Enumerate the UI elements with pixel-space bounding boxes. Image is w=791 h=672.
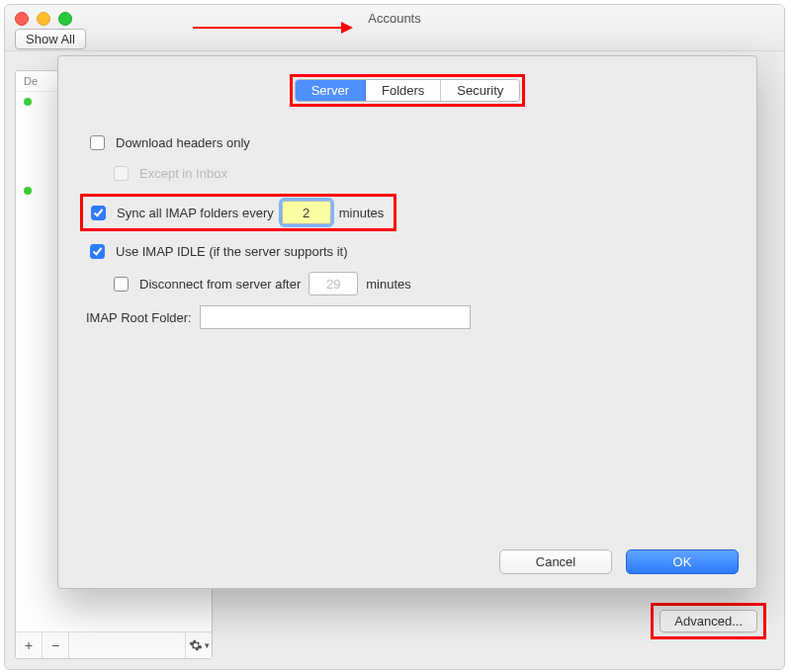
tab-folders[interactable]: Folders [366,80,441,101]
disconnect-checkbox[interactable] [114,277,129,292]
disconnect-minutes-input[interactable] [308,272,358,295]
tab-bar: Server Folders Security [295,79,521,102]
sidebar-footer: + − ▾ [16,631,212,658]
disconnect-label: Disconnect from server after [139,277,301,292]
gear-icon [189,638,203,652]
annotation-highlight: Server Folders Security [290,74,526,107]
disconnect-unit-label: minutes [366,277,411,292]
status-dot-icon [24,187,32,195]
tab-server[interactable]: Server [296,80,366,101]
download-headers-checkbox[interactable] [90,135,105,150]
sync-interval-input[interactable] [282,201,331,224]
sync-folders-checkbox[interactable] [91,206,106,220]
remove-account-button[interactable]: − [43,632,69,658]
ok-button[interactable]: OK [626,549,739,574]
add-account-button[interactable]: + [16,632,43,658]
annotation-highlight: Sync all IMAP folders every minutes [80,194,396,231]
imap-idle-checkbox[interactable] [90,244,105,259]
cancel-button[interactable]: Cancel [499,549,612,574]
sync-unit-label: minutes [339,206,385,220]
annotation-highlight: Advanced... [651,603,766,639]
titlebar: Accounts Show All [5,5,784,51]
window-title: Accounts [5,11,784,26]
download-headers-label: Download headers only [116,135,250,150]
status-dot-icon [24,98,32,106]
except-inbox-label: Except in Inbox [139,166,227,181]
annotation-arrow [193,27,351,29]
show-all-button[interactable]: Show All [15,29,86,49]
root-folder-input[interactable] [200,305,471,329]
sync-folders-label: Sync all IMAP folders every [117,206,274,220]
advanced-button[interactable]: Advanced... [659,610,757,632]
tab-security[interactable]: Security [441,80,519,101]
account-actions-menu[interactable]: ▾ [185,632,212,658]
imap-idle-label: Use IMAP IDLE (if the server supports it… [116,244,348,259]
root-folder-label: IMAP Root Folder: [86,310,192,325]
server-settings-sheet: Server Folders Security Download headers… [57,55,757,589]
chevron-down-icon: ▾ [205,640,210,650]
except-inbox-checkbox [114,166,129,181]
